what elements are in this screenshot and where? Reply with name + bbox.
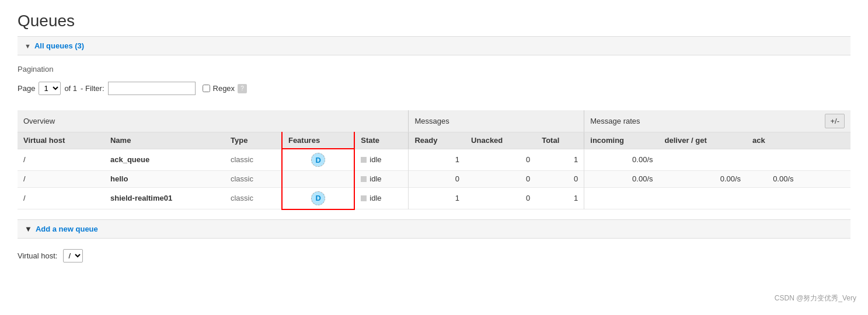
th-virtual-host: Virtual host [18, 132, 104, 149]
feature-d-badge: D [311, 191, 325, 205]
cell-ack [747, 187, 799, 209]
cell-incoming: 0.00/s [584, 149, 659, 171]
cell-ready: 1 [409, 187, 465, 209]
state-text: idle [369, 194, 381, 202]
cell-type: classic [225, 171, 282, 188]
th-incoming: incoming [584, 132, 659, 149]
pagination-controls: Page 1 of 1 - Filter: Regex ? [18, 78, 850, 99]
queues-table: Overview Messages Message rates +/- Virt… [18, 110, 850, 210]
feature-d-badge: D [311, 153, 325, 167]
cell-deliver-get [659, 187, 747, 209]
th-type: Type [225, 132, 282, 149]
cell-incoming: 0.00/s [584, 171, 659, 188]
cell-virtual-host: / [18, 171, 104, 188]
watermark: CSDN @努力变优秀_Very [775, 293, 856, 303]
cell-ack [747, 149, 799, 171]
add-queue-arrow-icon: ▼ [25, 225, 32, 233]
th-empty [800, 132, 850, 149]
cell-actions [800, 171, 850, 188]
cell-state: idle [354, 171, 409, 188]
cell-unacked: 0 [465, 149, 536, 171]
all-queues-label: All queues (3) [34, 41, 84, 50]
regex-checkbox[interactable] [203, 85, 210, 92]
all-queues-section[interactable]: ▼ All queues (3) [18, 36, 850, 55]
virtual-host-label: Virtual host: [18, 251, 57, 260]
cell-unacked: 0 [465, 187, 536, 209]
table-row[interactable]: / shield-realtime01 classic D idle 1 0 1 [18, 187, 850, 209]
overview-group-header: Overview [18, 110, 409, 132]
cell-feature [282, 171, 354, 188]
help-icon[interactable]: ? [238, 84, 247, 93]
cell-actions [800, 149, 850, 171]
cell-name[interactable]: ack_queue [104, 149, 225, 171]
cell-unacked: 0 [465, 171, 536, 188]
filter-label: - Filter: [81, 84, 104, 93]
cell-ready: 1 [409, 149, 465, 171]
table-row[interactable]: / hello classic idle 0 0 0 0.00/s 0.00/s… [18, 171, 850, 188]
messages-group-header: Messages [409, 110, 584, 132]
cell-name[interactable]: hello [104, 171, 225, 188]
add-queue-label: Add a new queue [36, 225, 98, 233]
th-total: Total [536, 132, 584, 149]
cell-name[interactable]: shield-realtime01 [104, 187, 225, 209]
th-features: Features [282, 132, 354, 149]
cell-feature: D [282, 187, 354, 209]
cell-total: 1 [536, 187, 584, 209]
state-text: idle [369, 174, 381, 183]
pagination-label: Pagination [18, 65, 850, 74]
msgrates-group-header: Message rates [584, 110, 800, 132]
cell-actions [800, 187, 850, 209]
cell-state: idle [354, 149, 409, 171]
add-queue-section[interactable]: ▼ Add a new queue [18, 219, 850, 239]
th-deliver-get: deliver / get [659, 132, 747, 149]
cell-type: classic [225, 149, 282, 171]
cell-incoming [584, 187, 659, 209]
plus-minus-button[interactable]: +/- [825, 114, 845, 128]
regex-area: Regex ? [203, 84, 247, 93]
th-state: State [354, 132, 409, 149]
th-ready: Ready [409, 132, 465, 149]
cell-total: 0 [536, 171, 584, 188]
regex-label: Regex [213, 84, 235, 93]
th-name: Name [104, 132, 225, 149]
filter-input[interactable] [108, 82, 196, 95]
column-header-row: Virtual host Name Type Features State Re… [18, 132, 850, 149]
cell-ready: 0 [409, 171, 465, 188]
cell-virtual-host: / [18, 149, 104, 171]
collapse-arrow-icon: ▼ [25, 43, 31, 50]
page-title: Queues [18, 12, 850, 30]
virtual-host-select[interactable]: / [63, 249, 83, 262]
section-header-row: Overview Messages Message rates +/- [18, 110, 850, 132]
cell-feature: D [282, 149, 354, 171]
th-unacked: Unacked [465, 132, 536, 149]
pagination-section: Pagination Page 1 of 1 - Filter: Regex ? [18, 65, 850, 99]
cell-deliver-get [659, 149, 747, 171]
state-dot-icon [361, 176, 367, 182]
state-dot-icon [361, 157, 367, 163]
bottom-section: Virtual host: / [18, 244, 850, 267]
cell-total: 1 [536, 149, 584, 171]
cell-virtual-host: / [18, 187, 104, 209]
cell-state: idle [354, 187, 409, 209]
page-select[interactable]: 1 [39, 82, 61, 95]
th-ack: ack [747, 132, 799, 149]
state-dot-icon [361, 195, 367, 201]
cell-deliver-get: 0.00/s [659, 171, 747, 188]
state-text: idle [369, 155, 381, 164]
of-text: of 1 [64, 84, 77, 93]
page-label: Page [18, 84, 35, 93]
table-row[interactable]: / ack_queue classic D idle 1 0 1 0.00/s [18, 149, 850, 171]
cell-type: classic [225, 187, 282, 209]
cell-ack: 0.00/s [747, 171, 799, 188]
